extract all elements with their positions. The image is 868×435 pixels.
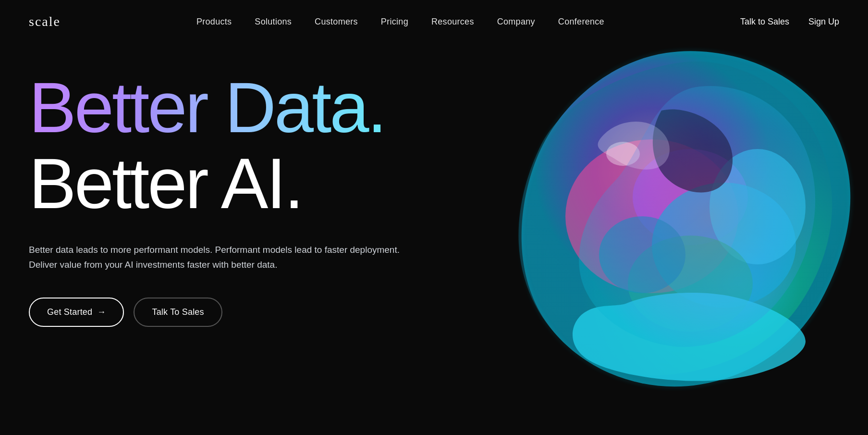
talk-to-sales-button[interactable]: Talk To Sales — [134, 298, 222, 327]
talk-to-sales-link[interactable]: Talk to Sales — [740, 17, 789, 27]
hero-blob — [460, 14, 868, 433]
nav-links: Products Solutions Customers Pricing Res… — [196, 17, 604, 27]
nav-solutions[interactable]: Solutions — [255, 17, 292, 26]
logo[interactable]: scale — [29, 14, 61, 29]
hero-headline-line2: Better AI. — [29, 148, 461, 219]
nav-customers[interactable]: Customers — [315, 17, 358, 26]
hero-subtitle: Better data leads to more performant mod… — [29, 242, 403, 273]
nav-products[interactable]: Products — [196, 17, 232, 26]
hero-content: Better Data. Better AI. Better data lead… — [29, 72, 461, 327]
nav-company[interactable]: Company — [497, 17, 535, 26]
hero-headline: Better Data. Better AI. — [29, 72, 461, 219]
hero-headline-line1: Better Data. — [29, 68, 385, 147]
hero-buttons: Get Started → Talk To Sales — [29, 298, 461, 327]
nav-actions: Talk to Sales Sign Up — [740, 17, 839, 27]
nav-pricing[interactable]: Pricing — [381, 17, 408, 26]
hero-section: Better Data. Better AI. Better data lead… — [0, 43, 868, 435]
navigation: scale Products Solutions Customers Prici… — [0, 0, 868, 43]
arrow-icon: → — [97, 307, 106, 317]
get-started-button[interactable]: Get Started → — [29, 298, 124, 327]
sign-up-link[interactable]: Sign Up — [808, 17, 839, 27]
nav-conference[interactable]: Conference — [558, 17, 604, 26]
nav-resources[interactable]: Resources — [431, 17, 474, 26]
